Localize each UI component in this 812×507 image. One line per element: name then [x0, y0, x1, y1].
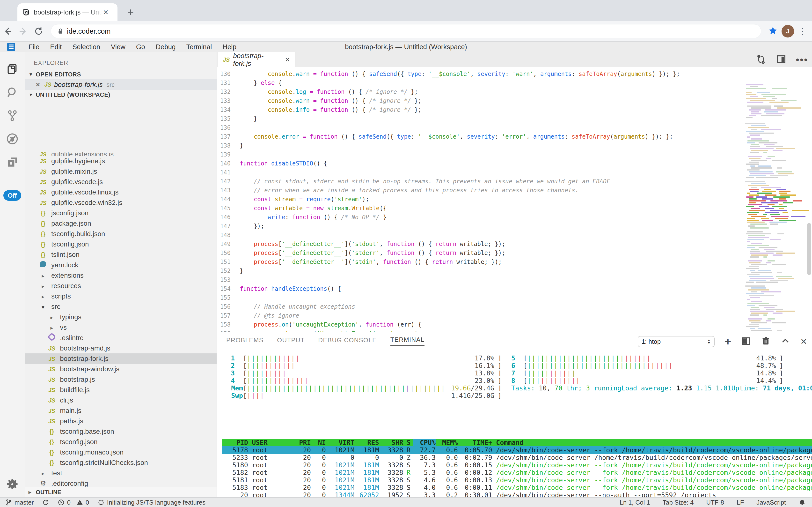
- tree-item[interactable]: {}tsconfig.monaco.json: [25, 447, 217, 457]
- bookmark-star-icon[interactable]: [768, 26, 778, 37]
- menu-item-view[interactable]: View: [111, 43, 125, 51]
- tree-item[interactable]: {}jsconfig.json: [25, 208, 217, 218]
- kill-terminal-icon[interactable]: [761, 336, 770, 347]
- tree-item[interactable]: ▸scripts: [25, 291, 217, 301]
- tree-item[interactable]: JSbootstrap-amd.js: [25, 343, 217, 353]
- htop-process-row[interactable]: 5182root2001021M181M3328R5.30.60:00.12/d…: [222, 469, 812, 476]
- extensions-icon[interactable]: [0, 151, 25, 174]
- tree-item[interactable]: {}tsconfig.base.json: [25, 426, 217, 437]
- tree-item[interactable]: JSbootstrap.js: [25, 374, 217, 385]
- tab-close-icon[interactable]: ✕: [103, 8, 109, 16]
- settings-gear-icon[interactable]: [0, 473, 25, 496]
- tree-item[interactable]: JSgulpfile.mixin.js: [25, 166, 217, 177]
- tree-item[interactable]: JSgulpfile.extensions.js: [25, 152, 217, 156]
- terminal-select[interactable]: 1: htop ▲▼: [638, 336, 714, 347]
- more-actions-icon[interactable]: •••: [796, 54, 808, 65]
- url-bar[interactable]: ide.coder.com: [51, 24, 761, 38]
- tree-item[interactable]: {}tsconfig.json: [25, 239, 217, 249]
- close-icon[interactable]: ✕: [285, 56, 290, 64]
- htop-process-row[interactable]: 5178root2001021M181M3328R72.70.60:05.70/…: [222, 446, 812, 454]
- close-panel-icon[interactable]: ✕: [800, 337, 807, 346]
- forward-icon[interactable]: [15, 26, 31, 36]
- search-icon[interactable]: [0, 81, 25, 104]
- tree-item[interactable]: JSgulpfile.vscode.linux.js: [25, 187, 217, 198]
- editor-scrollbar[interactable]: [807, 223, 811, 275]
- minimap[interactable]: [743, 82, 794, 332]
- split-editor-icon[interactable]: [776, 54, 786, 65]
- workspace-header[interactable]: ▼ UNTITLED (WORKSPACE): [25, 90, 216, 100]
- source-control-icon[interactable]: [0, 104, 25, 127]
- tree-item[interactable]: JSpaths.js: [25, 416, 217, 426]
- code-editor[interactable]: 130 console.warn = function () { safeSen…: [217, 67, 812, 332]
- tree-item[interactable]: JSmain.js: [25, 405, 217, 416]
- tree-item[interactable]: JSgulpfile.vscode.js: [25, 177, 217, 187]
- encoding[interactable]: UTF-8: [706, 499, 724, 506]
- close-icon[interactable]: ✕: [35, 81, 41, 89]
- tree-item[interactable]: .eslintrc: [25, 333, 217, 343]
- menu-item-edit[interactable]: Edit: [50, 43, 62, 51]
- back-icon[interactable]: [0, 26, 15, 36]
- htop-process-row[interactable]: 5233root200000Z36.30.00:02.79/dev/shm/bi…: [222, 454, 812, 461]
- git-branch-status[interactable]: master: [5, 499, 34, 506]
- tree-item[interactable]: ▸extensions: [25, 270, 217, 281]
- tree-item[interactable]: JSbootstrap-fork.js: [25, 353, 217, 364]
- tree-item[interactable]: {}package.json: [25, 218, 217, 229]
- explorer-icon[interactable]: [0, 58, 25, 81]
- tree-item[interactable]: yarn.lock: [25, 260, 217, 270]
- outline-header[interactable]: ▸ OUTLINE: [25, 487, 217, 497]
- menu-item-terminal[interactable]: Terminal: [186, 43, 212, 51]
- htop-process-row[interactable]: 20root2001344M620521952S3.30.20:30.01/de…: [222, 491, 812, 497]
- sync-icon[interactable]: [42, 499, 49, 506]
- menu-item-file[interactable]: File: [28, 43, 40, 51]
- avatar[interactable]: J: [782, 25, 794, 38]
- panel-tab-output[interactable]: OUTPUT: [277, 336, 305, 345]
- tree-item[interactable]: ▸vs: [25, 322, 217, 333]
- tree-item[interactable]: JSbootstrap-window.js: [25, 364, 217, 374]
- menu-item-selection[interactable]: Selection: [72, 43, 100, 51]
- eol[interactable]: LF: [737, 499, 744, 506]
- tree-item[interactable]: JSgulpfile.vscode.win32.js: [25, 198, 217, 208]
- line-number: 147: [217, 222, 240, 231]
- tree-item[interactable]: JScli.js: [25, 395, 217, 405]
- tree-item[interactable]: {}tsconfig.build.json: [25, 229, 217, 239]
- browser-menu-icon[interactable]: ⋮: [798, 26, 807, 36]
- new-tab-button[interactable]: +: [124, 5, 137, 19]
- language-mode[interactable]: JavaScript: [757, 499, 786, 506]
- tree-item[interactable]: JSgulpfile.hygiene.js: [25, 156, 217, 166]
- tab-size[interactable]: Tab Size: 4: [663, 499, 694, 506]
- htop-process-row[interactable]: 5180root2001021M181M3328S7.30.60:00.15/d…: [222, 461, 812, 469]
- notifications-bell-icon[interactable]: [799, 499, 806, 506]
- cursor-position[interactable]: Ln 1, Col 1: [620, 499, 650, 506]
- maximize-panel-icon[interactable]: [780, 336, 790, 347]
- browser-tab[interactable]: bootstrap-fork.js — Untitled (W ✕: [17, 3, 118, 21]
- menu-item-debug[interactable]: Debug: [156, 43, 176, 51]
- reload-icon[interactable]: [31, 26, 46, 36]
- htop-process-row[interactable]: 5183root2001021M181M3328S4.00.60:00.11/d…: [222, 484, 812, 491]
- panel-tab-debug-console[interactable]: DEBUG CONSOLE: [318, 336, 377, 345]
- debug-disabled-icon[interactable]: [0, 127, 25, 151]
- tree-item[interactable]: {}tslint.json: [25, 249, 217, 260]
- terminal[interactable]: 1[||||||||||||17.8%]2[|||||||||||16.1%]3…: [217, 349, 812, 497]
- new-terminal-icon[interactable]: +: [725, 335, 731, 348]
- split-terminal-icon[interactable]: [741, 336, 751, 347]
- tree-item[interactable]: {}tsconfig.strictNullChecks.json: [25, 457, 217, 468]
- open-editor-item[interactable]: ✕ JS bootstrap-fork.js src: [25, 79, 216, 90]
- htop-process-row[interactable]: 5181root2001021M181M3328S4.60.60:00.13/d…: [222, 476, 812, 484]
- off-toggle-badge[interactable]: Off: [3, 190, 21, 201]
- open-editors-header[interactable]: ▼ OPEN EDITORS: [25, 70, 216, 79]
- htop-table-header[interactable]: PIDUSERPRINIVIRTRESSHRSCPU%MEM%TIME+Comm…: [222, 439, 812, 446]
- problems-status[interactable]: 0 0: [58, 499, 89, 506]
- tree-item[interactable]: JSbuildfile.js: [25, 385, 217, 395]
- editor-tab[interactable]: JS bootstrap-fork.js ✕: [218, 52, 295, 67]
- menu-item-go[interactable]: Go: [136, 43, 145, 51]
- panel-tab-terminal[interactable]: TERMINAL: [390, 336, 425, 346]
- tree-item[interactable]: ▼src: [25, 301, 217, 312]
- menu-item-help[interactable]: Help: [223, 43, 236, 51]
- panel-tab-problems[interactable]: PROBLEMS: [226, 336, 263, 345]
- language-status-message[interactable]: Initializing JS/TS language features: [98, 499, 205, 506]
- tree-item[interactable]: {}tsconfig.json: [25, 437, 217, 447]
- tree-item[interactable]: ▸test: [25, 468, 217, 478]
- tree-item[interactable]: ▸resources: [25, 281, 217, 291]
- tree-item[interactable]: ▸typings: [25, 312, 217, 322]
- open-changes-icon[interactable]: [756, 54, 766, 65]
